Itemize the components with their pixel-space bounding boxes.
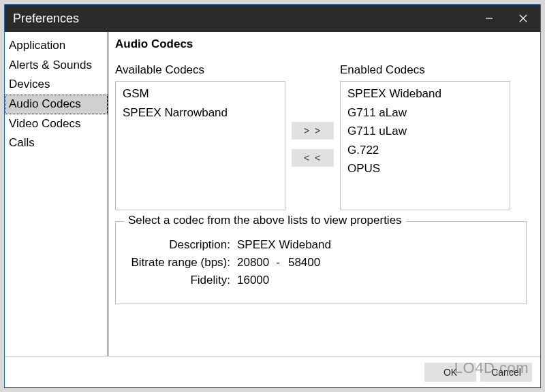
sidebar-item-calls[interactable]: Calls: [5, 133, 108, 153]
fidelity-label: Fidelity:: [125, 274, 236, 287]
available-column: Available Codecs GSM SPEEX Narrowband: [115, 63, 285, 210]
list-item[interactable]: GSM: [116, 84, 285, 103]
enabled-column: Enabled Codecs SPEEX Wideband G711 aLaw …: [340, 63, 510, 210]
titlebar: Preferences: [5, 5, 540, 32]
client-area: Application Alerts & Sounds Devices Audi…: [5, 32, 540, 387]
main-panel: Audio Codecs Available Codecs GSM SPEEX …: [108, 32, 540, 356]
bitrate-row: Bitrate range (bps): 20800 - 58400: [125, 256, 516, 270]
page-title: Audio Codecs: [115, 37, 527, 51]
close-icon: [519, 14, 527, 22]
sidebar-item-audio-codecs[interactable]: Audio Codecs: [5, 95, 108, 114]
content-split: Application Alerts & Sounds Devices Audi…: [5, 32, 540, 356]
fidelity-row: Fidelity: 16000: [125, 274, 516, 287]
cancel-button[interactable]: Cancel: [480, 363, 532, 382]
minimize-button[interactable]: [472, 5, 506, 32]
list-item[interactable]: OPUS: [341, 159, 510, 178]
enabled-codecs-list[interactable]: SPEEX Wideband G711 aLaw G711 uLaw G.722…: [340, 81, 510, 210]
bitrate-high: 58400: [287, 256, 320, 270]
minimize-icon: [485, 14, 493, 22]
sidebar: Application Alerts & Sounds Devices Audi…: [5, 32, 108, 356]
list-item[interactable]: G711 aLaw: [341, 103, 510, 122]
list-item[interactable]: SPEEX Narrowband: [116, 103, 285, 122]
description-row: Description: SPEEX Wideband: [125, 238, 516, 252]
list-item[interactable]: G711 uLaw: [341, 122, 510, 141]
list-item[interactable]: SPEEX Wideband: [341, 84, 510, 103]
description-value: SPEEX Wideband: [236, 238, 331, 252]
sidebar-item-alerts-sounds[interactable]: Alerts & Sounds: [5, 56, 108, 76]
shuttle-controls: > > < <: [285, 78, 340, 210]
sidebar-item-video-codecs[interactable]: Video Codecs: [5, 114, 108, 134]
available-codecs-list[interactable]: GSM SPEEX Narrowband: [115, 81, 285, 210]
ok-button[interactable]: OK: [424, 363, 476, 382]
bitrate-label: Bitrate range (bps):: [125, 256, 236, 270]
bitrate-separator: -: [269, 256, 287, 270]
bitrate-low: 20800: [236, 256, 269, 270]
dialog-button-bar: OK Cancel: [5, 356, 540, 387]
available-codecs-label: Available Codecs: [115, 63, 285, 77]
list-item[interactable]: G.722: [341, 141, 510, 160]
move-right-button[interactable]: > >: [292, 122, 334, 140]
properties-legend: Select a codec from the above lists to v…: [124, 214, 406, 227]
sidebar-item-application[interactable]: Application: [5, 36, 108, 56]
preferences-window: Preferences Application Alerts & Sounds …: [4, 4, 541, 388]
window-title: Preferences: [13, 12, 472, 26]
move-left-button[interactable]: < <: [292, 149, 334, 167]
window-controls: [472, 5, 540, 32]
close-button[interactable]: [506, 5, 540, 32]
codec-lists-row: Available Codecs GSM SPEEX Narrowband > …: [115, 63, 527, 210]
codec-properties-group: Select a codec from the above lists to v…: [115, 221, 527, 304]
fidelity-value: 16000: [236, 274, 269, 287]
description-label: Description:: [125, 238, 236, 252]
enabled-codecs-label: Enabled Codecs: [340, 63, 510, 77]
sidebar-item-devices[interactable]: Devices: [5, 75, 108, 95]
